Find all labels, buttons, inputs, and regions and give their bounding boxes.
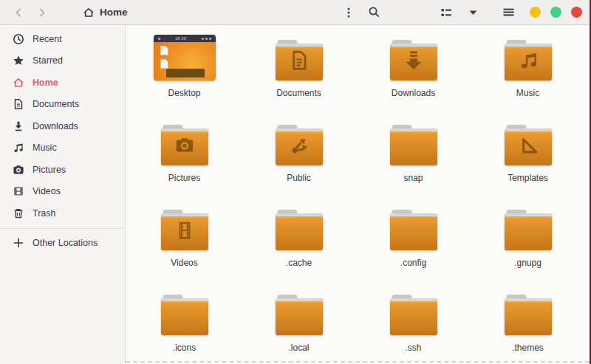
file-item-cache[interactable]: .cache [242, 201, 356, 286]
file-item-videos[interactable]: Videos [127, 201, 242, 286]
camera-icon [13, 164, 24, 176]
file-item-config[interactable]: .config [356, 201, 471, 286]
sidebar-item-home[interactable]: Home [0, 72, 125, 94]
back-chevron-icon [13, 7, 24, 18]
minimize-button[interactable] [530, 7, 541, 18]
hamburger-menu-button[interactable] [499, 3, 518, 22]
folder-icon [505, 125, 552, 165]
sidebar-item-documents[interactable]: Documents [0, 94, 125, 116]
folder-icon [161, 295, 208, 335]
sidebar-item-music[interactable]: Music [0, 137, 125, 159]
search-button[interactable] [364, 3, 383, 22]
file-item-downloads[interactable]: Downloads [356, 31, 471, 116]
home-icon [13, 77, 24, 89]
file-item-snap[interactable]: snap [356, 116, 471, 201]
file-item-ssh[interactable]: .ssh [356, 286, 471, 364]
sidebar-item-videos[interactable]: Videos [0, 181, 125, 203]
music-emblem-icon [516, 49, 540, 72]
folder-icon [276, 295, 323, 335]
file-manager-window: Home [0, 0, 591, 364]
file-grid-area: 18:30 Desktop Documents Downloads Music … [126, 25, 590, 364]
location-title: Home [100, 7, 128, 18]
folder-icon [390, 40, 437, 80]
file-label: Downloads [392, 88, 435, 98]
desktop-clock: 18:30 [160, 35, 202, 42]
desktop-topbar: 18:30 [154, 35, 216, 42]
camera-emblem-icon [173, 134, 197, 157]
maximize-button[interactable] [550, 7, 561, 18]
file-item-themes[interactable]: .themes [471, 286, 585, 364]
file-item-documents[interactable]: Documents [242, 31, 356, 116]
sidebar-item-label: Recent [33, 34, 62, 44]
desktop-preview-icon: 18:30 [154, 35, 216, 80]
folder-icon [390, 210, 437, 250]
file-item-public[interactable]: Public [242, 116, 356, 201]
star-icon [13, 55, 24, 66]
header-bar: Home [0, 0, 590, 25]
folder-icon [161, 125, 208, 165]
home-icon [83, 7, 95, 18]
plus-icon [13, 237, 24, 249]
kebab-menu-icon [343, 7, 355, 18]
sidebar-item-label: Pictures [33, 165, 66, 175]
file-label: Templates [508, 173, 548, 183]
desktop-indicator-dots [202, 38, 211, 40]
sidebar-item-label: Starred [33, 55, 63, 66]
file-label: Music [516, 88, 539, 98]
file-label: .ssh [405, 343, 421, 353]
clock-icon [13, 33, 24, 45]
sidebar-item-recent[interactable]: Recent [0, 28, 125, 50]
forward-button[interactable] [33, 3, 52, 22]
chevron-down-icon [469, 10, 477, 16]
file-item-desktop[interactable]: 18:30 Desktop [127, 31, 242, 116]
folder-icon [276, 125, 323, 165]
sidebar-item-label: Videos [33, 186, 61, 196]
document-icon [13, 98, 24, 110]
back-button[interactable] [9, 3, 28, 22]
file-item-templates[interactable]: Templates [471, 116, 585, 201]
file-label: Desktop [168, 88, 200, 98]
file-label: Pictures [168, 173, 200, 183]
search-icon [368, 6, 380, 18]
sidebar-item-label: Music [33, 142, 57, 153]
sidebar-item-label: Home [33, 78, 58, 88]
file-label: Videos [171, 258, 197, 268]
hamburger-menu-icon [503, 7, 514, 18]
sidebar-item-label: Documents [33, 99, 79, 109]
folder-icon [161, 210, 208, 250]
sidebar-item-trash[interactable]: Trash [0, 202, 125, 224]
file-item-local[interactable]: .local [242, 286, 356, 364]
close-button[interactable] [571, 7, 582, 18]
template-emblem-icon [516, 134, 540, 157]
desktop-dock [166, 69, 205, 78]
bottom-edge-dashed-line [126, 361, 590, 363]
file-label: .gnupg [514, 258, 542, 268]
list-view-icon [440, 7, 452, 18]
sidebar-item-starred[interactable]: Starred [0, 50, 125, 72]
sidebar-item-downloads[interactable]: Downloads [0, 115, 125, 137]
folder-icon [505, 40, 552, 80]
list-view-button[interactable] [437, 3, 456, 22]
view-options-button[interactable] [463, 3, 482, 22]
download-icon [13, 120, 24, 132]
file-label: Documents [276, 88, 321, 98]
file-label: Public [287, 173, 311, 183]
file-item-gnupg[interactable]: .gnupg [471, 201, 585, 286]
sidebar-item-other-locations[interactable]: Other Locations [0, 233, 125, 255]
forward-chevron-icon [36, 7, 48, 18]
music-note-icon [13, 142, 24, 154]
file-label: .cache [286, 258, 312, 268]
file-label: .local [288, 343, 309, 353]
sidebar-item-pictures[interactable]: Pictures [0, 159, 125, 181]
sidebar-item-label: Trash [33, 208, 56, 219]
file-item-icons[interactable]: .icons [127, 286, 242, 364]
file-label: .icons [173, 343, 196, 353]
file-item-pictures[interactable]: Pictures [127, 116, 242, 201]
folder-icon [276, 40, 323, 80]
file-item-music[interactable]: Music [471, 31, 585, 116]
file-label: .themes [512, 343, 544, 353]
path-bar[interactable]: Home [83, 7, 128, 18]
more-options-button[interactable] [339, 3, 358, 22]
sidebar-separator [0, 228, 125, 229]
sidebar: Recent Starred Home Documents Downloads … [0, 25, 126, 364]
